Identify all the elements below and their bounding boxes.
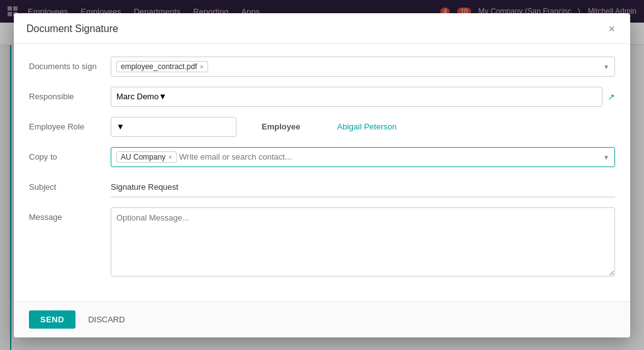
modal-body: Documents to sign employee_contract.pdf … [14,44,630,301]
copy-to-input[interactable] [179,152,609,161]
external-link-icon[interactable]: ↗ [608,92,615,102]
copy-to-field[interactable]: AU Company × ▼ [111,147,615,167]
discard-button[interactable]: DISCARD [83,310,130,329]
modal-dialog: Document Signature × Documents to sign e… [14,13,630,337]
employee-column-label: Employee [262,122,312,131]
employee-role-label: Employee Role [29,122,111,131]
documents-to-sign-row: Documents to sign employee_contract.pdf … [29,57,615,77]
employee-role-wrap: ▼ Employee Abigail Peterson [111,117,615,137]
modal-overlay: Document Signature × Documents to sign e… [0,0,644,350]
responsible-field[interactable]: Marc Demo ▼ [111,87,602,107]
documents-to-sign-control: employee_contract.pdf × ▼ [111,57,615,77]
employee-name[interactable]: Abigail Peterson [337,122,397,131]
responsible-label: Responsible [29,92,111,101]
employee-role-select[interactable]: ▼ [111,117,236,137]
document-tag: employee_contract.pdf × [116,61,208,72]
subject-control [111,177,615,197]
document-tag-remove[interactable]: × [199,63,203,70]
modal-close-button[interactable]: × [606,22,618,36]
responsible-wrap: Marc Demo ▼ ↗ [111,87,615,107]
message-control [111,207,615,278]
subject-row: Subject [29,177,615,197]
subject-label: Subject [29,182,111,192]
copy-to-row: Copy to AU Company × ▼ [29,147,615,167]
message-label: Message [29,207,111,222]
responsible-value: Marc Demo [116,92,158,101]
documents-to-sign-label: Documents to sign [29,62,111,71]
message-textarea[interactable] [111,207,615,276]
copy-to-tag: AU Company × [116,151,177,163]
modal-title: Document Signature [26,23,118,35]
send-button[interactable]: SEND [29,310,75,329]
modal-header: Document Signature × [14,13,630,44]
modal-footer: SEND DISCARD [14,301,630,337]
copy-to-tag-remove[interactable]: × [168,153,172,161]
copy-to-dropdown-arrow: ▼ [603,153,609,160]
responsible-dropdown-arrow: ▼ [158,92,167,101]
responsible-row: Responsible Marc Demo ▼ ↗ [29,87,615,107]
document-tag-label: employee_contract.pdf [121,62,197,71]
employee-role-row: Employee Role ▼ Employee Abigail Peterso… [29,117,615,137]
copy-to-label: Copy to [29,152,111,161]
documents-to-sign-select[interactable]: employee_contract.pdf × ▼ [111,57,615,77]
subject-input[interactable] [111,177,615,197]
role-dropdown-arrow: ▼ [116,122,125,131]
copy-to-tag-label: AU Company [121,153,165,161]
documents-dropdown-arrow: ▼ [603,63,609,70]
message-row: Message [29,207,615,278]
